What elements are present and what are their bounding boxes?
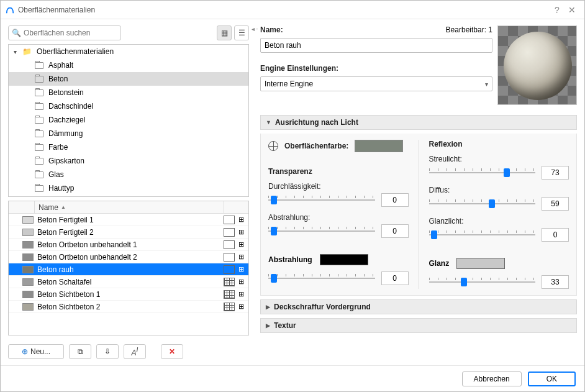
material-table[interactable]: Name▲ Beton Fertigteil 1⊞Beton Fertigtei… — [8, 201, 249, 335]
close-button[interactable]: ✕ — [565, 5, 579, 15]
view-list-button[interactable]: ☰ — [234, 25, 249, 40]
glanzlicht-slider[interactable] — [429, 229, 536, 240]
section-textur[interactable]: ▶ Textur — [260, 318, 577, 333]
delete-icon: ✕ — [169, 347, 175, 356]
table-row[interactable]: Beton rauh⊞ — [9, 263, 248, 276]
table-row[interactable]: Beton Sichtbeton 1⊞ — [9, 288, 248, 301]
tree-item-gipskarton[interactable]: Gipskarton — [9, 154, 248, 168]
table-header: Name▲ — [9, 201, 248, 214]
tree-item-dachschindel[interactable]: Dachschindel — [9, 99, 248, 113]
glanz-label: Glanz — [429, 259, 450, 268]
chevron-down-icon: ▾ — [485, 81, 488, 88]
view-grid-button[interactable]: ▦ — [217, 25, 232, 40]
name-label: Name: — [260, 25, 283, 34]
tree-item-asphalt[interactable]: Asphalt — [9, 58, 248, 72]
material-swatch — [22, 253, 34, 261]
tree-root[interactable]: ▾ 📁 Oberflächenmaterialien — [9, 45, 248, 58]
cancel-button[interactable]: Abbrechen — [462, 371, 522, 386]
tree-item-glas[interactable]: Glas — [9, 168, 248, 181]
pane-divider[interactable]: ◂ · — [249, 25, 260, 359]
texture-icon: ⊞ — [236, 253, 246, 262]
material-swatch — [22, 266, 34, 273]
tree-item-hauttyp[interactable]: Hauttyp — [9, 181, 248, 195]
tree-item-betonstein[interactable]: Betonstein — [9, 86, 248, 99]
glanz-slider[interactable] — [429, 276, 536, 288]
material-name: Beton Ortbeton unbehandelt 1 — [37, 240, 224, 249]
left-pane: 🔍 ▦ ☰ ▾ 📁 Oberflächenmaterialien Asphalt… — [8, 25, 249, 359]
right-pane: Name: Bearbeitbar: 1 Engine Einstellunge… — [260, 25, 577, 359]
window-title: Oberflächenmaterialien — [18, 6, 95, 14]
import-button[interactable]: ⇩ — [96, 344, 119, 359]
tree-item-beton[interactable]: Beton — [9, 72, 248, 86]
table-row[interactable]: Beton Schaltafel⊞ — [9, 276, 248, 288]
app-icon — [6, 6, 14, 14]
material-swatch — [22, 241, 34, 248]
durchlass-slider[interactable] — [268, 194, 375, 206]
material-name: Beton rauh — [37, 265, 224, 274]
search-input[interactable] — [8, 25, 121, 40]
col-name-label[interactable]: Name — [39, 203, 58, 212]
texture-icon: ⊞ — [236, 265, 246, 274]
rename-button[interactable]: AI — [124, 344, 146, 359]
engine-label: Engine Einstellungen: — [260, 64, 492, 73]
section-light[interactable]: ▼ Ausrichtung nach Licht — [260, 115, 577, 130]
diffus-value[interactable] — [542, 197, 569, 211]
engine-select[interactable]: Interne Engine ▾ — [260, 76, 492, 91]
duplicate-button[interactable]: ⧉ — [69, 344, 91, 359]
abstrahlung-bottom-slider[interactable] — [268, 273, 375, 284]
durchlass-value[interactable] — [381, 193, 409, 207]
material-swatch — [22, 278, 34, 286]
folder-tree[interactable]: ▾ 📁 Oberflächenmaterialien Asphalt Beton… — [8, 44, 249, 197]
ok-button[interactable]: OK — [528, 371, 576, 386]
grip-icon: ◂ · — [252, 25, 258, 32]
table-row[interactable]: Beton Fertigteil 2⊞ — [9, 226, 248, 239]
material-name: Beton Sichtbeton 2 — [37, 303, 224, 311]
new-button[interactable]: ⊕Neu... — [8, 344, 64, 359]
folder-icon — [35, 62, 43, 69]
chevron-down-icon: ▾ — [14, 48, 20, 55]
name-input[interactable] — [260, 38, 492, 53]
table-row[interactable]: Beton Fertigteil 1⊞ — [9, 214, 248, 226]
fill-icon — [224, 290, 235, 299]
abstrahlung-slider[interactable] — [268, 226, 375, 237]
delete-button[interactable]: ✕ — [161, 344, 183, 359]
material-swatch — [22, 303, 34, 311]
durchlass-label: Durchlässigkeit: — [268, 182, 409, 191]
triangle-down-icon: ▼ — [266, 119, 271, 125]
section-deckschraffur[interactable]: ▶ Deckschraffur Vordergrund — [260, 299, 577, 314]
folder-icon — [35, 76, 43, 83]
transparency-label: Transparenz — [268, 167, 409, 176]
folder-icon — [35, 185, 43, 192]
glanz-value[interactable] — [542, 275, 569, 289]
tree-item-dachziegel[interactable]: Dachziegel — [9, 113, 248, 127]
material-name: Beton Schaltafel — [37, 278, 224, 286]
help-button[interactable]: ? — [550, 5, 565, 15]
tree-root-label: Oberflächenmaterialien — [37, 47, 114, 56]
folder-icon — [35, 171, 43, 178]
plus-icon: ⊕ — [22, 347, 28, 356]
surface-color-swatch[interactable] — [355, 140, 403, 152]
editable-info: Bearbeitbar: 1 — [446, 25, 492, 34]
fill-icon — [224, 228, 235, 237]
glanzlicht-value[interactable] — [542, 228, 569, 242]
diffus-label: Diffus: — [429, 186, 569, 194]
material-name: Beton Sichtbeton 1 — [37, 290, 224, 299]
table-row[interactable]: Beton Ortbeton unbehandelt 2⊞ — [9, 251, 248, 263]
tree-item-farbe[interactable]: Farbe — [9, 140, 248, 154]
titlebar: Oberflächenmaterialien ? ✕ — [1, 1, 584, 19]
abstrahlung-slider-value[interactable] — [381, 224, 409, 238]
bottom-toolbar: ⊕Neu... ⧉ ⇩ AI ✕ — [8, 344, 249, 359]
glanzlicht-label: Glanzlicht: — [429, 217, 569, 226]
abstrahlung-bottom-value[interactable] — [381, 271, 409, 285]
tree-item-daemmung[interactable]: Dämmung — [9, 127, 248, 140]
fill-icon — [224, 253, 235, 262]
streulicht-slider[interactable] — [429, 167, 536, 178]
table-row[interactable]: Beton Ortbeton unbehandelt 1⊞ — [9, 239, 248, 251]
duplicate-icon: ⧉ — [78, 347, 83, 356]
glanz-swatch[interactable] — [456, 258, 505, 269]
diffus-slider[interactable] — [429, 198, 536, 209]
abstrahlung-swatch[interactable] — [320, 254, 368, 265]
table-row[interactable]: Beton Sichtbeton 2⊞ — [9, 301, 248, 313]
folder-icon — [35, 89, 43, 96]
streulicht-value[interactable] — [542, 166, 569, 180]
